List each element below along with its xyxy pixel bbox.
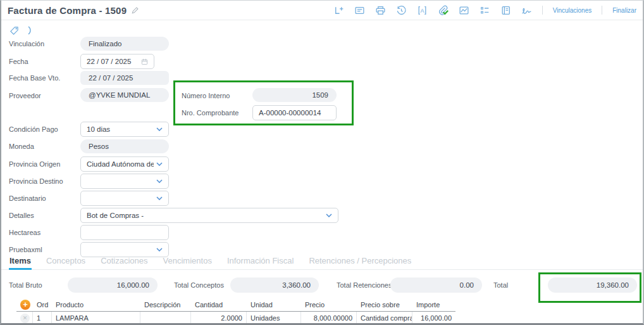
- col-producto: Producto: [52, 298, 140, 311]
- col-descripcion: Descripción: [140, 298, 191, 311]
- expand-icon[interactable]: [27, 25, 33, 35]
- cell-unidad[interactable]: Unidades: [247, 312, 301, 324]
- total-retenciones-label: Total Retenciones: [337, 281, 392, 289]
- destinatario-select[interactable]: [80, 191, 169, 206]
- total-bruto-label: Total Bruto: [9, 281, 42, 289]
- detail-tabs: Items Conceptos Cotizaciones Vencimiento…: [1, 255, 643, 270]
- condicion-pago-select[interactable]: 10 dias: [80, 122, 169, 137]
- chevron-down-icon: [156, 179, 163, 183]
- proveedor-field: @YVKE MUNDIAL: [80, 88, 169, 102]
- provincia-origen-select[interactable]: Ciudad Autónoma de Bu: [80, 156, 169, 172]
- col-cantidad: Cantidad: [191, 298, 247, 311]
- total-field: 19,360.00: [548, 277, 637, 293]
- new-line-icon[interactable]: [333, 5, 344, 16]
- svg-text:A: A: [420, 7, 424, 13]
- condicion-pago-label: Condición Pago: [9, 125, 58, 133]
- table-row: ✕ 1 LAMPARA 2.0000 Unidades 8,000.00000 …: [16, 312, 455, 325]
- history-icon[interactable]: [396, 5, 407, 16]
- items-table: + Ord Producto Descripción Cantidad Unid…: [16, 298, 455, 325]
- nro-comprobante-label: Nro. Comprobante: [182, 109, 239, 117]
- col-precio: Precio: [301, 298, 357, 311]
- chevron-down-icon: [156, 162, 163, 166]
- tab-vencimientos[interactable]: Vencimientos: [163, 255, 213, 268]
- signature-icon[interactable]: [521, 5, 532, 16]
- fecha-base-field: 22 / 07 / 2025: [80, 71, 169, 85]
- cell-cantidad[interactable]: 2.0000: [191, 312, 247, 324]
- cell-precio-sobre[interactable]: Cantidad compra: [357, 312, 412, 324]
- chart-icon[interactable]: [459, 5, 469, 16]
- finalizar-link[interactable]: Finalizar: [612, 7, 636, 14]
- vinculaciones-link[interactable]: Vinculaciones: [553, 7, 592, 14]
- provincia-origen-label: Provincia Origen: [9, 160, 60, 168]
- nro-comprobante-input[interactable]: A-00000-00000014: [252, 105, 337, 120]
- chevron-down-icon: [156, 196, 163, 200]
- toolbar-divider: [602, 6, 602, 15]
- destinatario-label: Destinatario: [9, 194, 46, 202]
- moneda-label: Moneda: [9, 143, 34, 150]
- add-row-button[interactable]: +: [20, 300, 30, 310]
- tab-retenciones-percepciones[interactable]: Retenciones / Percepciones: [308, 255, 412, 268]
- hectareas-input[interactable]: [80, 225, 169, 240]
- delete-row-button[interactable]: ✕: [20, 314, 30, 323]
- chevron-down-icon: [156, 127, 163, 131]
- pruebaxml-label: Pruebaxml: [9, 246, 42, 253]
- cell-descripcion[interactable]: [140, 312, 191, 324]
- journal-icon[interactable]: [500, 5, 511, 16]
- total-conceptos-field: 3,360.00: [230, 277, 319, 293]
- checklist-icon[interactable]: [480, 5, 490, 16]
- col-ord: Ord: [33, 298, 52, 311]
- total-conceptos-label: Total Conceptos: [174, 281, 224, 289]
- factura-compra-window: Factura de Compra - 1509: [0, 0, 644, 325]
- text-format-icon[interactable]: A: [417, 5, 428, 16]
- numero-interno-field: 1509: [252, 88, 337, 102]
- provincia-destino-label: Provincia Destino: [9, 177, 63, 185]
- attachments-icon[interactable]: [438, 5, 449, 16]
- vinculacion-field: Finalizado: [80, 37, 169, 51]
- cell-precio[interactable]: 8,000.00000: [301, 312, 357, 324]
- edit-title-icon[interactable]: [131, 6, 139, 15]
- chevron-down-icon: [156, 248, 163, 252]
- col-unidad: Unidad: [247, 298, 301, 311]
- provincia-destino-select[interactable]: [80, 174, 169, 189]
- tab-conceptos[interactable]: Conceptos: [46, 255, 86, 268]
- toolbar: A Vinculaci: [333, 5, 636, 16]
- toolbar-divider: [542, 6, 543, 15]
- card-view-icon[interactable]: [354, 5, 365, 16]
- tab-items[interactable]: Items: [9, 255, 32, 270]
- col-importe: Importe: [412, 298, 455, 311]
- cell-ord[interactable]: 1: [33, 312, 52, 324]
- hectareas-label: Hectareas: [9, 229, 40, 236]
- proveedor-label: Proveedor: [9, 92, 41, 99]
- fecha-input[interactable]: 22 / 07 / 2025: [80, 54, 154, 69]
- tab-informacion-fiscal[interactable]: Información Fiscal: [226, 255, 294, 268]
- fecha-base-label: Fecha Base Vto.: [9, 74, 60, 82]
- cell-importe[interactable]: 16,000.00: [412, 312, 455, 324]
- cell-producto[interactable]: LAMPARA: [52, 312, 140, 324]
- tab-cotizaciones[interactable]: Cotizaciones: [100, 255, 148, 268]
- tag-icon[interactable]: [9, 26, 19, 35]
- quick-actions: [9, 25, 33, 35]
- detalles-label: Detalles: [9, 212, 34, 219]
- detalles-select[interactable]: Bot de Compras -: [80, 208, 338, 223]
- title-bar: Factura de Compra - 1509: [1, 1, 643, 20]
- total-retenciones-field: 0.00: [390, 277, 482, 293]
- total-label: Total: [493, 281, 508, 289]
- vinculacion-label: Vinculación: [9, 40, 44, 48]
- total-bruto-field: 16,000.00: [68, 277, 158, 293]
- numero-interno-label: Número Interno: [182, 92, 230, 99]
- print-icon[interactable]: [375, 5, 386, 16]
- col-precio-sobre: Precio sobre: [357, 298, 412, 311]
- calendar-icon[interactable]: [141, 58, 148, 65]
- chevron-down-icon: [326, 213, 332, 217]
- items-table-header: + Ord Producto Descripción Cantidad Unid…: [16, 298, 455, 312]
- fecha-label: Fecha: [9, 58, 28, 65]
- moneda-field: Pesos: [80, 139, 169, 153]
- page-title: Factura de Compra - 1509: [8, 5, 127, 16]
